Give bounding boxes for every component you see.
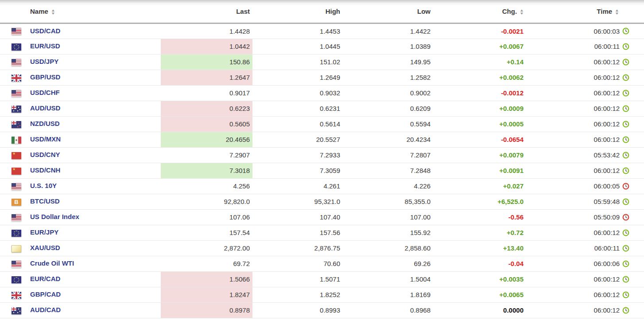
table-row[interactable]: USD/CNY 7.2907 7.2933 7.2807 +0.0079 05:… <box>0 147 644 163</box>
clock-icon <box>622 276 629 283</box>
change-value: -0.04 <box>433 256 526 271</box>
pair-link[interactable]: EUR/JPY <box>30 228 58 236</box>
change-value: +0.14 <box>433 54 526 70</box>
column-label: Name <box>30 8 48 15</box>
time-value: 06:00:12 <box>594 306 620 314</box>
high-value: 1.5071 <box>252 271 343 287</box>
quotes-table-body: USD/CAD 1.4428 1.4453 1.4422 -0.0021 06:… <box>0 23 644 318</box>
change-value: -0.0021 <box>433 23 526 39</box>
time-value: 06:00:11 <box>594 43 620 50</box>
table-row[interactable]: BTC/USD 92,820.0 95,321.0 85,355.0 +6,52… <box>0 194 644 209</box>
time-value: 05:50:09 <box>594 213 620 221</box>
nz-flag-icon <box>12 121 21 128</box>
clock-icon <box>622 105 629 112</box>
pair-link[interactable]: AUD/CAD <box>30 306 61 313</box>
low-value: 1.2582 <box>343 70 433 85</box>
column-label: Last <box>236 8 250 15</box>
pair-link[interactable]: EUR/CAD <box>30 275 60 282</box>
table-row[interactable]: USD/JPY 150.86 151.02 149.95 +0.14 06:00… <box>0 54 644 70</box>
pair-link[interactable]: EUR/USD <box>30 42 60 50</box>
clock-icon <box>622 260 629 267</box>
last-value: 150.86 <box>161 54 252 70</box>
low-value: 2,858.60 <box>343 240 433 256</box>
time-value: 06:00:12 <box>594 136 620 143</box>
pair-link[interactable]: USD/CAD <box>30 27 60 35</box>
quotes-table: Name▲▼ Last High Low Chg.▲▼ Time▲▼ USD/C… <box>0 0 644 318</box>
table-row[interactable]: US Dollar Index 107.06 107.40 107.00 -0.… <box>0 209 644 225</box>
gb-flag-icon <box>12 292 21 299</box>
column-label: Time <box>597 8 612 15</box>
high-value: 107.40 <box>252 209 343 225</box>
pair-link[interactable]: USD/CNY <box>30 151 60 158</box>
pair-link[interactable]: U.S. 10Y <box>30 182 57 189</box>
pair-link[interactable]: US Dollar Index <box>30 213 79 220</box>
sort-arrows-icon: ▲▼ <box>615 9 619 15</box>
table-row[interactable]: EUR/CAD 1.5066 1.5071 1.5004 +0.0035 06:… <box>0 271 644 287</box>
table-row[interactable]: XAU/USD 2,872.00 2,876.75 2,858.60 +13.4… <box>0 240 644 256</box>
high-value: 0.9032 <box>252 85 343 101</box>
table-row[interactable]: GBP/CAD 1.8247 1.8252 1.8169 +0.0065 06:… <box>0 287 644 302</box>
pair-link[interactable]: USD/CHF <box>30 89 60 96</box>
last-value: 1.2647 <box>161 70 252 85</box>
change-value: -0.56 <box>433 209 526 225</box>
table-row[interactable]: Crude Oil WTI 69.72 70.60 69.26 -0.04 06… <box>0 256 644 271</box>
pair-link[interactable]: USD/MXN <box>30 135 61 143</box>
pair-link[interactable]: XAU/USD <box>30 244 60 251</box>
low-value: 85,355.0 <box>343 194 433 209</box>
pair-link[interactable]: USD/CNH <box>30 166 60 174</box>
last-value: 7.2907 <box>161 147 252 163</box>
column-header-name[interactable]: Name▲▼ <box>0 0 161 23</box>
pair-link[interactable]: AUD/USD <box>30 104 60 112</box>
high-value: 1.4453 <box>252 23 343 39</box>
table-row[interactable]: USD/CNH 7.3018 7.3059 7.2848 +0.0091 06:… <box>0 163 644 178</box>
column-header-time[interactable]: Time▲▼ <box>526 0 644 23</box>
pair-link[interactable]: GBP/USD <box>30 73 60 81</box>
pair-link[interactable]: USD/JPY <box>30 58 58 65</box>
low-value: 0.8968 <box>343 302 433 318</box>
low-value: 155.92 <box>343 225 433 240</box>
eu-flag-icon <box>12 230 21 237</box>
table-row[interactable]: AUD/CAD 0.8978 0.8993 0.8968 0.0000 06:0… <box>0 302 644 318</box>
table-row[interactable]: USD/CHF 0.9017 0.9032 0.9002 -0.0012 06:… <box>0 85 644 101</box>
pair-link[interactable]: Crude Oil WTI <box>30 259 74 267</box>
change-value: +0.0067 <box>433 39 526 54</box>
pair-link[interactable]: NZD/USD <box>30 120 60 127</box>
clock-icon <box>622 291 629 298</box>
clock-icon <box>622 229 629 236</box>
btc-flag-icon <box>12 199 21 206</box>
table-row[interactable]: U.S. 10Y 4.256 4.261 4.226 +0.027 06:00:… <box>0 178 644 194</box>
last-value: 4.256 <box>161 178 252 194</box>
change-value: +0.027 <box>433 178 526 194</box>
last-value: 107.06 <box>161 209 252 225</box>
table-row[interactable]: USD/MXN 20.4656 20.5527 20.4234 -0.0654 … <box>0 132 644 147</box>
table-row[interactable]: GBP/USD 1.2647 1.2649 1.2582 +0.0062 06:… <box>0 70 644 85</box>
table-row[interactable]: NZD/USD 0.5605 0.5614 0.5594 +0.0005 06:… <box>0 116 644 132</box>
high-value: 1.0445 <box>252 39 343 54</box>
column-header-chg[interactable]: Chg.▲▼ <box>433 0 526 23</box>
pair-link[interactable]: BTC/USD <box>30 197 60 205</box>
time-value: 06:00:12 <box>594 89 620 97</box>
table-row[interactable]: EUR/JPY 157.54 157.56 155.92 +0.72 06:00… <box>0 225 644 240</box>
high-value: 157.56 <box>252 225 343 240</box>
us-flag-icon <box>12 28 21 35</box>
table-row[interactable]: EUR/USD 1.0442 1.0445 1.0389 +0.0067 06:… <box>0 39 644 54</box>
column-header-high: High <box>252 0 343 23</box>
cn-flag-icon <box>12 152 21 159</box>
clock-icon <box>622 74 629 81</box>
sort-arrows-icon: ▲▼ <box>520 9 524 15</box>
time-value: 05:59:48 <box>594 198 620 205</box>
column-label: Chg. <box>502 8 517 15</box>
cn-flag-icon <box>12 168 21 175</box>
clock-icon <box>622 183 629 190</box>
au-flag-icon <box>12 106 21 113</box>
clock-icon <box>622 307 629 314</box>
high-value: 95,321.0 <box>252 194 343 209</box>
high-value: 7.3059 <box>252 163 343 178</box>
table-row[interactable]: AUD/USD 0.6223 0.6231 0.6209 +0.0009 06:… <box>0 101 644 116</box>
table-row[interactable]: USD/CAD 1.4428 1.4453 1.4422 -0.0021 06:… <box>0 23 644 39</box>
clock-icon <box>622 214 629 221</box>
change-value: +6,525.0 <box>433 194 526 209</box>
high-value: 0.6231 <box>252 101 343 116</box>
eu-flag-icon <box>12 43 21 51</box>
pair-link[interactable]: GBP/CAD <box>30 290 61 298</box>
